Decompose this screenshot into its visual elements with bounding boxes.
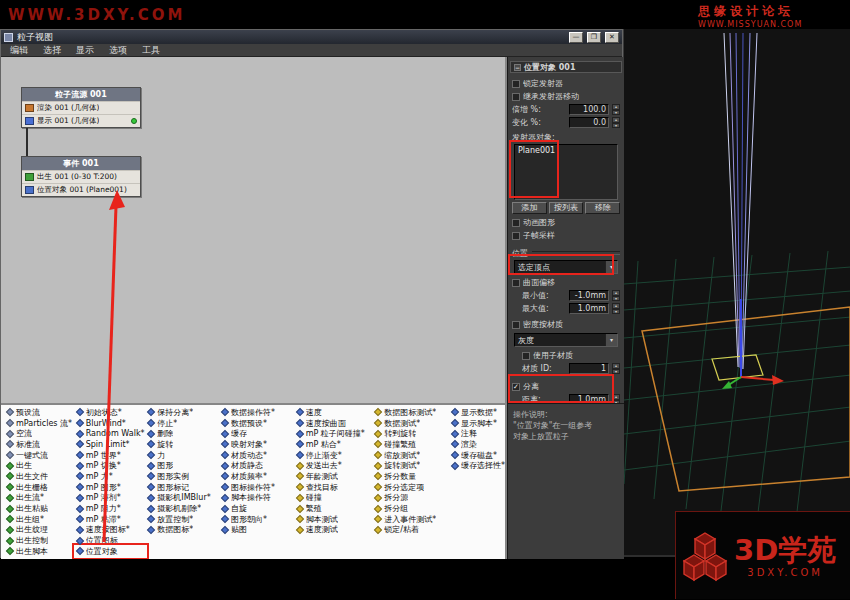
event-node[interactable]: 事件 001 出生 001 (0-30 T:200) 位置对象 001 (Pla… (21, 156, 141, 197)
depot-item[interactable]: 缩放测试* (373, 450, 450, 461)
emitter-objects-list[interactable]: Plane001 (514, 144, 618, 200)
separation-checkbox[interactable]: ✓ (512, 383, 520, 391)
emitter-list-item[interactable]: Plane001 (518, 146, 614, 156)
depot-item[interactable]: mP 溶剂* (75, 493, 147, 504)
depot-item[interactable]: 数据测试* (373, 418, 450, 429)
rollout-header[interactable]: − 位置对象 001 (510, 61, 622, 73)
depot-item[interactable]: 删除 (146, 428, 220, 439)
depot-item[interactable]: 保持分离* (146, 407, 220, 418)
node-row[interactable]: 渲染 001 (几何体) (22, 101, 140, 114)
depot-item[interactable]: BlurWind* (75, 418, 147, 429)
list-button[interactable]: 移除 (585, 202, 620, 214)
depot-item[interactable]: 旋转测试* (373, 460, 450, 471)
depot-item[interactable]: 图形标记 (146, 482, 220, 493)
menu-item[interactable]: 选择 (43, 44, 61, 56)
depot-item[interactable]: mP 粘合* (295, 439, 374, 450)
depot-item[interactable]: 显示数据* (450, 407, 505, 418)
node-row[interactable]: 显示 001 (几何体) (22, 114, 140, 127)
depot-item[interactable]: 年龄测试 (295, 471, 374, 482)
depot-item[interactable]: 碰撞 (295, 493, 374, 504)
depot-item[interactable]: 拆分选定项 (373, 482, 450, 493)
spinner[interactable]: ▴▾ (612, 290, 620, 301)
depot-item[interactable]: 拆分数量 (373, 471, 450, 482)
title-bar[interactable]: 粒子视图 — ❐ ✕ (1, 30, 622, 44)
node-title[interactable]: 事件 001 (22, 157, 140, 170)
depot-item[interactable]: Random Walk* (75, 428, 147, 439)
depot-item[interactable]: 出生组* (5, 514, 75, 525)
maximize-button[interactable]: ❐ (587, 32, 601, 43)
spinner[interactable]: ▴▾ (612, 394, 620, 403)
depot-item[interactable]: 转到旋转 (373, 428, 450, 439)
depot-item[interactable]: 停止渐变* (295, 450, 374, 461)
minimize-button[interactable]: — (569, 32, 583, 43)
depot-item[interactable]: 出生栅格 (5, 482, 75, 493)
depot-item[interactable]: mP 粒子间碰撞* (295, 428, 374, 439)
particle-source-node[interactable]: 粒子流源 001 渲染 001 (几何体) 显示 001 (几何体) (21, 87, 141, 128)
depot-item[interactable]: 摄影机剔除* (146, 503, 220, 514)
depot-item[interactable]: 停止* (146, 418, 220, 429)
depot-item[interactable]: 拆分组 (373, 503, 450, 514)
depot-item[interactable]: 出生控制 (5, 535, 75, 546)
depot-item[interactable]: 出生粘贴 (5, 503, 75, 514)
node-title[interactable]: 粒子流源 001 (22, 88, 140, 101)
depot-item[interactable]: 速度按图标* (75, 525, 147, 536)
depot-item[interactable]: 位置图标 (75, 535, 147, 546)
depot-item[interactable]: 发送出去* (295, 460, 374, 471)
depot-item[interactable]: 碰撞繁殖 (373, 439, 450, 450)
collapse-icon[interactable]: − (514, 64, 521, 71)
depot-item[interactable]: 位置对象 (75, 546, 147, 557)
depot-item[interactable]: 速度按曲面 (295, 418, 374, 429)
depot-item[interactable]: 缓存磁盘* (450, 450, 505, 461)
depot-item[interactable]: 数据操作符* (220, 407, 295, 418)
depot-item[interactable]: 渲染 (450, 439, 505, 450)
depot-item[interactable]: 注释 (450, 428, 505, 439)
menu-item[interactable]: 选项 (109, 44, 127, 56)
depot-item[interactable]: 图形实例 (146, 471, 220, 482)
depot-item[interactable]: 进入事件测试* (373, 514, 450, 525)
depot-item[interactable]: 脚本测试 (295, 514, 374, 525)
depot-item[interactable]: 力 (146, 450, 220, 461)
depot-item[interactable]: 出生流* (5, 493, 75, 504)
depot-item[interactable]: 查找目标 (295, 482, 374, 493)
depot-item[interactable]: 贴图 (220, 525, 295, 536)
depot-item[interactable]: 出生纹理 (5, 525, 75, 536)
node-row[interactable]: 出生 001 (0-30 T:200) (22, 170, 140, 183)
variation-input[interactable]: 0.0 (569, 117, 609, 128)
depot-item[interactable]: 速度测试 (295, 525, 374, 536)
depot-item[interactable]: 数据预设* (220, 418, 295, 429)
location-dropdown[interactable]: 选定顶点 ▾ (514, 260, 618, 274)
depot-item[interactable]: 出生 (5, 460, 75, 471)
depot-item[interactable]: 材质动态* (220, 450, 295, 461)
spinner[interactable]: ▴▾ (612, 303, 620, 314)
subframe-sampling-checkbox[interactable] (512, 232, 520, 240)
menu-item[interactable]: 工具 (142, 44, 160, 56)
depot-item[interactable]: 旋转 (146, 439, 220, 450)
depot-item[interactable]: 一键式流 (5, 450, 75, 461)
depot-item[interactable]: 材质频率* (220, 471, 295, 482)
menu-item[interactable]: 编辑 (10, 44, 28, 56)
lock-on-emitter-checkbox[interactable] (512, 80, 520, 88)
depot-item[interactable]: 数据图标* (146, 525, 220, 536)
depot-item[interactable]: 出生脚本 (5, 546, 75, 557)
inherit-emitter-checkbox[interactable] (512, 93, 520, 101)
density-mode-dropdown[interactable]: 灰度 ▾ (514, 333, 618, 347)
depot-item[interactable]: 显示脚本* (450, 418, 505, 429)
node-row[interactable]: 位置对象 001 (Plane001) (22, 183, 140, 196)
depot-item[interactable]: mParticles 流* (5, 418, 75, 429)
offset-min-input[interactable]: -1.0mm (569, 290, 609, 301)
density-by-material-checkbox[interactable] (512, 321, 520, 329)
depot-item[interactable]: 繁殖 (295, 503, 374, 514)
spinner[interactable]: ▴▾ (612, 363, 620, 374)
material-id-input[interactable]: 1 (569, 363, 609, 374)
depot-item[interactable]: 锁定/粘着 (373, 525, 450, 536)
chevron-down-icon[interactable]: ▾ (605, 334, 617, 346)
depot-item[interactable]: Spin Limit* (75, 439, 147, 450)
depot-item[interactable]: 标准流 (5, 439, 75, 450)
offset-max-input[interactable]: 1.0mm (569, 303, 609, 314)
depot-item[interactable]: mP 切换* (75, 460, 147, 471)
depot-item[interactable]: 图标操作符* (220, 482, 295, 493)
depot-item[interactable]: mP 世界* (75, 450, 147, 461)
depot-item[interactable]: 速度 (295, 407, 374, 418)
depot-item[interactable]: mP 图形* (75, 482, 147, 493)
depot-item[interactable]: 数据图标测试* (373, 407, 450, 418)
